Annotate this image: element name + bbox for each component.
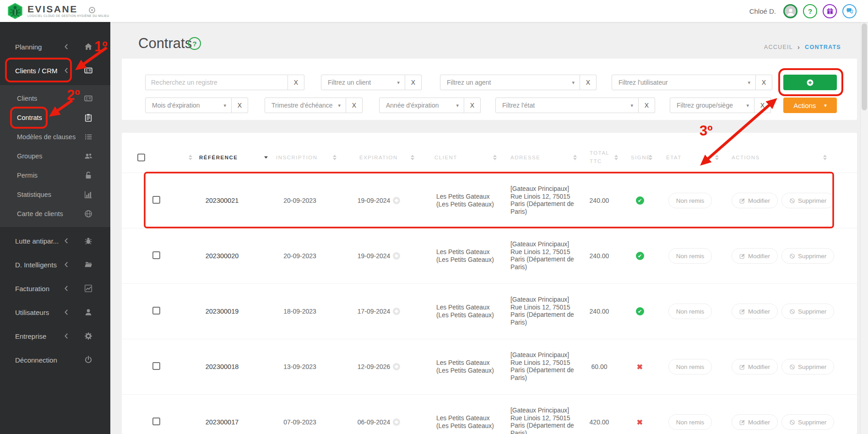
table-row[interactable]: 202300021 20-09-2023 19-09-2024 Les Peti… xyxy=(122,173,857,228)
delete-button[interactable]: Supprimer xyxy=(781,359,834,374)
search-clear-button[interactable]: X xyxy=(288,75,304,90)
column-header-total-ttc[interactable]: TOTAL TTC xyxy=(581,149,623,165)
filter-select-ann-e-d-xpiration[interactable]: Année d'éxpiration▾ xyxy=(379,98,464,113)
delete-button[interactable]: Supprimer xyxy=(781,193,834,208)
question-mark-icon: ? xyxy=(808,7,812,15)
filter-select-filtrez-un-agent[interactable]: Filtrez un agent▾ xyxy=(440,75,580,90)
cell-client: Les Petits Gateaux (Les Petits Gateaux) xyxy=(419,248,501,264)
column-header-r-f-rence[interactable]: RÉFÉRENCE xyxy=(197,155,272,160)
column-header-adresse[interactable]: ADRESSE xyxy=(501,155,581,160)
edit-button[interactable]: Modifier xyxy=(732,248,778,264)
row-checkbox[interactable] xyxy=(152,307,160,315)
sidebar-item-facturation[interactable]: Facturation xyxy=(0,277,110,300)
delete-button[interactable]: Supprimer xyxy=(781,304,834,319)
filter-clear-button[interactable]: X xyxy=(639,98,655,113)
filter-clear-button[interactable]: X xyxy=(405,75,422,90)
cell-signe: ✖ xyxy=(623,363,657,371)
filter-select-filtrez-l-utilisateur[interactable]: Filtrez l'utilisateur▾ xyxy=(612,75,756,90)
row-checkbox[interactable] xyxy=(152,362,160,370)
search-input[interactable] xyxy=(145,75,288,90)
table-row[interactable]: 202300019 18-09-2023 17-09-2024 Les Peti… xyxy=(122,283,857,339)
status-badge: Non remis xyxy=(668,304,712,319)
column-header-xpiration[interactable]: ÉXPIRATION xyxy=(341,155,419,160)
select-all-checkbox[interactable] xyxy=(137,153,145,161)
sidebar-item-d-connection[interactable]: Déconnection xyxy=(0,348,110,372)
sidebar-item-d-intelligents[interactable]: D. Intelligents xyxy=(0,253,110,277)
filter-clear-button[interactable]: X xyxy=(464,98,481,113)
sidebar-item-mod-les-de-clauses[interactable]: Modèles de clauses xyxy=(0,127,110,146)
sort-desc-icon[interactable] xyxy=(264,156,268,158)
sidebar-item-clients[interactable]: Clients xyxy=(0,89,110,108)
id-card-icon xyxy=(84,94,92,103)
app-window: EVISANE LOGICIEL CLOUD DE GESTION HYGIÈN… xyxy=(0,0,868,434)
filter-select-filtrez-l-tat[interactable]: Filtrez l'état▾ xyxy=(495,98,639,113)
row-checkbox[interactable] xyxy=(152,196,160,204)
sort-icon[interactable] xyxy=(614,155,618,160)
delete-button[interactable]: Supprimer xyxy=(781,248,834,264)
gift-icon-button[interactable] xyxy=(823,4,837,18)
actions-label: Actions xyxy=(793,102,816,109)
filter-group-filtrez-groupe-si-ge: Filtrez groupe/siège▾X xyxy=(670,98,771,113)
sidebar-item-statistiques[interactable]: Statistiques xyxy=(0,185,110,204)
sidebar-item-lutte-antipar[interactable]: Lutte antipar... xyxy=(0,229,110,253)
sidebar-item-contrats[interactable]: Contrats xyxy=(0,108,110,127)
page-help-icon[interactable]: ? xyxy=(188,37,201,50)
breadcrumb-home[interactable]: ACCUEIL xyxy=(764,44,793,50)
chat-icon-button[interactable] xyxy=(842,4,857,18)
add-contract-button[interactable] xyxy=(783,75,837,90)
breadcrumb-current[interactable]: CONTRATS xyxy=(805,44,841,50)
target-icon[interactable] xyxy=(89,7,95,13)
filter-select-mois-d-xpiration[interactable]: Mois d'éxpiration▾ xyxy=(145,98,232,113)
avatar[interactable] xyxy=(783,4,797,18)
sidebar-item-planning[interactable]: Planning xyxy=(0,35,110,59)
scrollbar-thumb[interactable] xyxy=(862,23,867,110)
sort-icon[interactable] xyxy=(573,155,577,160)
cell-adresse: [Gateaux Principaux] Rue Linois 12, 7501… xyxy=(501,296,581,326)
sort-icon[interactable] xyxy=(649,155,652,160)
table-row[interactable]: 202300018 13-09-2023 12-09-2026 Les Peti… xyxy=(122,339,857,394)
sort-icon[interactable] xyxy=(493,155,497,160)
delete-button[interactable]: Supprimer xyxy=(781,414,834,430)
table-row[interactable]: 202300020 20-09-2023 19-09-2024 Les Peti… xyxy=(122,228,857,283)
sidebar-item-groupes[interactable]: Groupes xyxy=(0,146,110,166)
actions-dropdown-button[interactable]: Actions ▾ xyxy=(783,98,837,113)
filter-clear-button[interactable]: X xyxy=(580,75,597,90)
column-header-actions[interactable]: ACTIONS xyxy=(723,155,857,160)
column-header-client[interactable]: CLIENT xyxy=(419,155,501,160)
users-icon xyxy=(84,152,92,160)
sidebar-main-menu: PlanningClients / CRM xyxy=(0,22,110,82)
renew-icon xyxy=(393,308,400,315)
scrollbar[interactable] xyxy=(860,22,868,434)
sidebar-item-clients-crm[interactable]: Clients / CRM xyxy=(0,59,110,82)
sidebar-item-utilisateurs[interactable]: Utilisateurs xyxy=(0,300,110,324)
edit-button[interactable]: Modifier xyxy=(732,304,778,319)
sort-icon[interactable] xyxy=(189,155,192,160)
filter-clear-button[interactable]: X xyxy=(754,98,771,113)
filter-select-filtrez-un-client[interactable]: Filtrez un client▾ xyxy=(321,75,405,90)
sort-icon[interactable] xyxy=(333,155,336,160)
power-icon xyxy=(84,356,92,364)
sort-icon[interactable] xyxy=(823,155,827,160)
edit-button[interactable]: Modifier xyxy=(732,414,778,430)
filter-clear-button[interactable]: X xyxy=(756,75,772,90)
row-checkbox[interactable] xyxy=(152,418,160,425)
help-icon-button[interactable]: ? xyxy=(803,4,817,18)
column-header-tat[interactable]: ÉTAT xyxy=(657,155,723,160)
sidebar-item-entreprise[interactable]: Entreprise xyxy=(0,324,110,348)
filter-select-filtrez-groupe-si-ge[interactable]: Filtrez groupe/siège▾ xyxy=(670,98,754,113)
filter-clear-button[interactable]: X xyxy=(346,98,363,113)
column-header-inscription[interactable]: INSCRIPTION xyxy=(272,155,341,160)
sidebar-item-permis[interactable]: Permis xyxy=(0,166,110,185)
table-row[interactable]: 202300017 07-09-2023 06-09-2024 Les Peti… xyxy=(122,394,857,434)
filter-group-filtrez-l-tat: Filtrez l'état▾X xyxy=(495,98,655,113)
edit-button[interactable]: Modifier xyxy=(732,359,778,374)
filter-select-trimestre-d-ch-ance[interactable]: Trimestre d'échéance▾ xyxy=(265,98,346,113)
edit-button[interactable]: Modifier xyxy=(732,193,778,208)
row-checkbox[interactable] xyxy=(152,251,160,259)
gear-icon xyxy=(84,332,92,340)
sort-icon[interactable] xyxy=(715,155,719,160)
filter-clear-button[interactable]: X xyxy=(232,98,248,113)
sidebar-item-carte-de-clients[interactable]: Carte de clients xyxy=(0,204,110,223)
sort-icon[interactable] xyxy=(411,155,414,160)
column-header-sign[interactable]: SIGNÉ xyxy=(623,155,657,160)
